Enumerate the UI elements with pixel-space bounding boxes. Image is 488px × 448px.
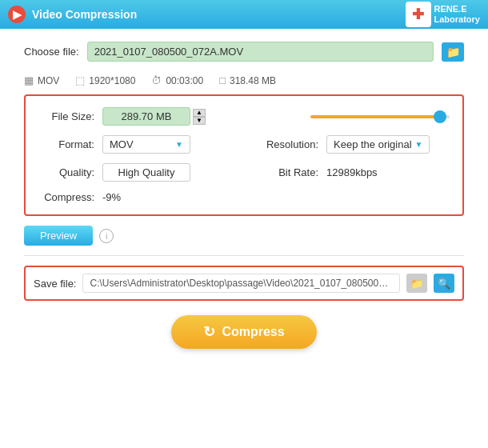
bitrate-value: 12989kbps <box>326 166 378 178</box>
save-search-button[interactable]: 🔍 <box>434 274 454 293</box>
file-info-row: ▦ MOV ⬚ 1920*1080 ⏱ 00:03:00 □ 318.48 MB <box>24 71 464 94</box>
format-select[interactable]: MOV ▼ <box>102 135 190 154</box>
filesize-icon: □ <box>219 74 226 86</box>
resolution-select[interactable]: Keep the original ▼ <box>326 135 430 154</box>
save-file-panel: Save file: C:\Users\Administrator\Deskto… <box>24 266 464 301</box>
format-icon: ▦ <box>24 74 34 86</box>
compress-value: -9% <box>102 191 121 203</box>
logo-text: RENE.E Laboratory <box>434 4 480 25</box>
quality-bitrate-row: Quality: High Quality Bit Rate: 12989kbp… <box>38 163 450 182</box>
app-title: Video Compression <box>32 8 137 21</box>
filesize-slider-container <box>310 115 450 118</box>
compress-info-row: Compress: -9% <box>38 191 450 203</box>
bottom-bar: ↻ Compress <box>24 310 464 349</box>
compress-main-button[interactable]: ↻ Compress <box>171 315 316 349</box>
filesize-input[interactable]: 289.70 MB <box>102 107 190 126</box>
preview-button[interactable]: Preview <box>24 226 93 246</box>
spinner-up-button[interactable]: ▲ <box>193 109 206 117</box>
resolution-value: Keep the original <box>334 138 412 150</box>
format-value: MOV <box>110 138 134 150</box>
choose-file-input[interactable]: 2021_0107_080500_072A.MOV <box>87 42 434 62</box>
save-file-row: Save file: C:\Users\Administrator\Deskto… <box>34 274 454 293</box>
filesize-row: File Size: 289.70 MB ▲ ▼ <box>38 107 450 126</box>
format-resolution-row: Format: MOV ▼ Resolution: Keep the origi… <box>38 135 450 154</box>
file-size-info: □ 318.48 MB <box>219 74 276 86</box>
format-col: Format: MOV ▼ <box>38 135 230 154</box>
compress-rotate-icon: ↻ <box>203 323 215 341</box>
main-content: Choose file: 2021_0107_080500_072A.MOV 📁… <box>0 29 488 448</box>
choose-file-row: Choose file: 2021_0107_080500_072A.MOV 📁 <box>24 38 464 65</box>
quality-label: Quality: <box>38 166 94 178</box>
slider-thumb[interactable] <box>434 110 446 123</box>
app-icon: ▶ <box>8 6 26 23</box>
format-arrow-icon: ▼ <box>175 140 183 149</box>
filesize-spinner: ▲ ▼ <box>193 109 206 125</box>
quality-select[interactable]: High Quality <box>102 163 190 182</box>
search-icon: 🔍 <box>438 278 450 290</box>
compress-label: Compress: <box>38 191 94 203</box>
logo-icon: ✚ <box>406 2 431 27</box>
file-format-value: MOV <box>38 75 59 86</box>
bitrate-label: Bit Rate: <box>246 166 318 178</box>
quality-col: Quality: High Quality <box>38 163 230 182</box>
resolution-col: Resolution: Keep the original ▼ <box>246 135 450 154</box>
format-label: Format: <box>38 138 94 150</box>
file-duration-info: ⏱ 00:03:00 <box>151 74 203 86</box>
bitrate-col: Bit Rate: 12989kbps <box>246 166 450 178</box>
duration-icon: ⏱ <box>151 74 162 86</box>
save-file-input[interactable]: C:\Users\Administrator\Desktop\passage\V… <box>82 274 400 293</box>
resolution-icon: ⬚ <box>75 74 85 86</box>
settings-panel: File Size: 289.70 MB ▲ ▼ Format: MOV <box>24 94 464 216</box>
divider <box>24 255 464 256</box>
save-folder-icon: 📁 <box>410 278 423 290</box>
file-size-value: 318.48 MB <box>230 75 276 86</box>
file-format-info: ▦ MOV <box>24 74 59 86</box>
compress-button-label: Compress <box>222 325 284 339</box>
preview-row: Preview i <box>24 226 464 246</box>
save-file-label: Save file: <box>34 278 76 290</box>
file-resolution-value: 1920*1080 <box>89 75 135 86</box>
logo-area: ✚ RENE.E Laboratory <box>406 2 480 27</box>
info-circle-icon[interactable]: i <box>99 229 114 243</box>
file-duration-value: 00:03:00 <box>166 75 203 86</box>
choose-folder-button[interactable]: 📁 <box>442 42 464 62</box>
folder-icon: 📁 <box>446 46 460 58</box>
file-resolution-info: ⬚ 1920*1080 <box>75 74 135 86</box>
resolution-arrow-icon: ▼ <box>415 140 423 149</box>
filesize-label: File Size: <box>38 110 94 122</box>
resolution-label: Resolution: <box>246 138 318 150</box>
save-folder-button[interactable]: 📁 <box>406 274 427 293</box>
spinner-down-button[interactable]: ▼ <box>193 117 206 125</box>
slider-track[interactable] <box>310 115 450 118</box>
choose-file-label: Choose file: <box>24 46 79 58</box>
title-bar: ▶ Video Compression ✚ RENE.E Laboratory <box>0 0 488 29</box>
